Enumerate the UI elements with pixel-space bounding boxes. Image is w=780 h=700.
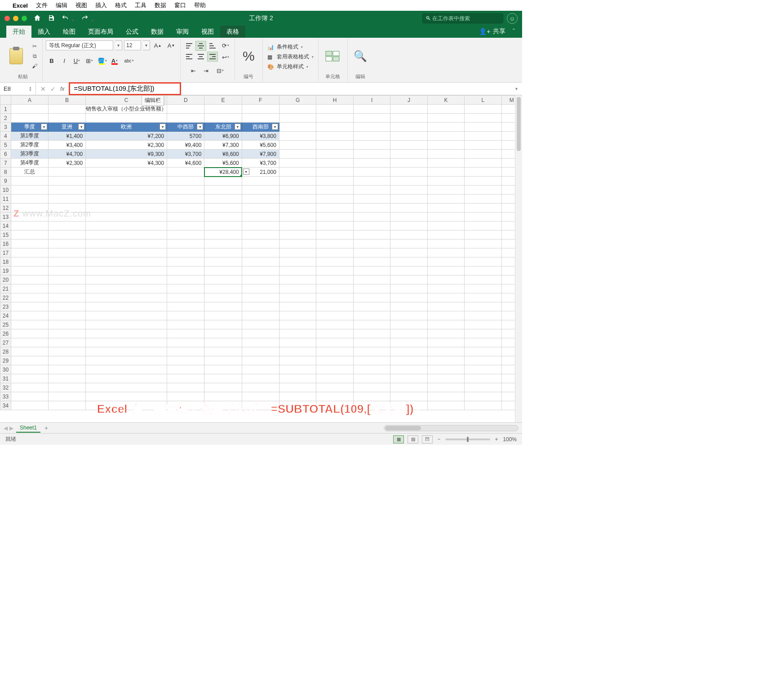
cell-I5[interactable]: [353, 141, 390, 150]
cell-K24[interactable]: [427, 311, 464, 320]
cell-E19[interactable]: [204, 266, 242, 275]
cell-K15[interactable]: [427, 230, 464, 239]
sheet-nav-next-icon[interactable]: ▶: [9, 425, 13, 431]
cell-C24[interactable]: [86, 311, 167, 320]
cell-I26[interactable]: [353, 329, 390, 338]
cell-E13[interactable]: [204, 213, 242, 222]
cell-K23[interactable]: [427, 302, 464, 311]
cell-G17[interactable]: [279, 248, 316, 257]
edit-button[interactable]: 🔍: [351, 49, 370, 63]
cell-K1[interactable]: [427, 105, 464, 114]
cell-K13[interactable]: [427, 213, 464, 222]
cell-B32[interactable]: [48, 383, 85, 392]
cell-F19[interactable]: [242, 266, 279, 275]
cell-I32[interactable]: [353, 383, 390, 392]
cell-C9[interactable]: [86, 177, 167, 186]
tab-home[interactable]: 开始: [6, 26, 31, 38]
spreadsheet-grid[interactable]: ABCDEFGHIJKLM1销售收入审核（小型企业销售额）23季度▼亚洲▼欧洲▼…: [0, 95, 522, 422]
maximize-button[interactable]: [22, 16, 27, 21]
cell-J18[interactable]: [390, 257, 427, 266]
cell-E1[interactable]: [204, 105, 242, 114]
cell-L14[interactable]: [465, 222, 501, 230]
cell-F26[interactable]: [242, 329, 279, 338]
cell-K34[interactable]: [427, 401, 464, 410]
zoom-slider[interactable]: [445, 439, 490, 440]
cell-E12[interactable]: [204, 204, 242, 213]
cell-H15[interactable]: [316, 230, 354, 239]
cell-F22[interactable]: [242, 293, 279, 302]
cell-A25[interactable]: [11, 320, 48, 329]
cell-J14[interactable]: [390, 222, 427, 230]
cell-G25[interactable]: [279, 320, 316, 329]
cell-J8[interactable]: [390, 168, 427, 177]
cell-E25[interactable]: [204, 320, 242, 329]
cell-H32[interactable]: [316, 383, 354, 392]
cell-G22[interactable]: [279, 293, 316, 302]
cell-I23[interactable]: [353, 302, 390, 311]
cell-I6[interactable]: [353, 150, 390, 159]
cell-F20[interactable]: [242, 275, 279, 284]
zoom-out-button[interactable]: －: [436, 435, 442, 443]
row-header-34[interactable]: 34: [0, 401, 11, 410]
cell-H14[interactable]: [316, 222, 354, 230]
cell-L30[interactable]: [465, 365, 501, 374]
cell-E17[interactable]: [204, 248, 242, 257]
cell-A33[interactable]: [11, 392, 48, 401]
cell-E4[interactable]: ¥6,900: [204, 132, 242, 141]
cell-D21[interactable]: [167, 284, 204, 293]
align-center-icon[interactable]: [195, 52, 206, 62]
cell-C22[interactable]: [86, 293, 167, 302]
cell-A15[interactable]: [11, 230, 48, 239]
home-icon[interactable]: [33, 14, 41, 23]
cell-B9[interactable]: [48, 177, 85, 186]
cell-G19[interactable]: [279, 266, 316, 275]
row-header-14[interactable]: 14: [0, 222, 11, 230]
cell-K16[interactable]: [427, 239, 464, 248]
cell-J31[interactable]: [390, 374, 427, 383]
cell-C30[interactable]: [86, 365, 167, 374]
cell-L20[interactable]: [465, 275, 501, 284]
cell-G31[interactable]: [279, 374, 316, 383]
cell-L16[interactable]: [465, 239, 501, 248]
ribbon-collapse-icon[interactable]: ˆ: [513, 28, 515, 35]
cancel-formula-icon[interactable]: ✕: [40, 85, 46, 93]
cell-G3[interactable]: [279, 123, 316, 132]
cell-H31[interactable]: [316, 374, 354, 383]
cell-I13[interactable]: [353, 213, 390, 222]
cell-D3[interactable]: 中西部▼: [167, 123, 204, 132]
page-layout-view-icon[interactable]: ▤: [408, 435, 418, 443]
cell-I28[interactable]: [353, 347, 390, 356]
cell-L23[interactable]: [465, 302, 501, 311]
cell-L2[interactable]: [465, 114, 501, 123]
cell-A6[interactable]: 第3季度: [11, 150, 48, 159]
cell-G12[interactable]: [279, 204, 316, 213]
row-header-16[interactable]: 16: [0, 239, 11, 248]
cell-F33[interactable]: [242, 392, 279, 401]
col-header-H[interactable]: H: [316, 96, 354, 105]
cell-I29[interactable]: [353, 356, 390, 365]
cell-D9[interactable]: [167, 177, 204, 186]
cell-B27[interactable]: [48, 338, 85, 347]
horizontal-scrollbar[interactable]: [384, 425, 519, 431]
cut-icon[interactable]: ✂: [30, 42, 39, 50]
cell-I16[interactable]: [353, 239, 390, 248]
cell-H3[interactable]: [316, 123, 354, 132]
cell-L11[interactable]: [465, 195, 501, 204]
cell-K29[interactable]: [427, 356, 464, 365]
cell-H1[interactable]: [316, 105, 354, 114]
cell-F2[interactable]: [242, 114, 279, 123]
cell-L25[interactable]: [465, 320, 501, 329]
cell-D25[interactable]: [167, 320, 204, 329]
cell-L18[interactable]: [465, 257, 501, 266]
cell-J11[interactable]: [390, 195, 427, 204]
cell-G8[interactable]: [279, 168, 316, 177]
cell-G2[interactable]: [279, 114, 316, 123]
undo-icon[interactable]: ▼: [61, 14, 75, 23]
cell-G33[interactable]: [279, 392, 316, 401]
cell-I12[interactable]: [353, 204, 390, 213]
cell-F1[interactable]: [242, 105, 279, 114]
cell-H2[interactable]: [316, 114, 354, 123]
cell-C32[interactable]: [86, 383, 167, 392]
menu-view[interactable]: 视图: [75, 1, 87, 9]
cell-A22[interactable]: [11, 293, 48, 302]
